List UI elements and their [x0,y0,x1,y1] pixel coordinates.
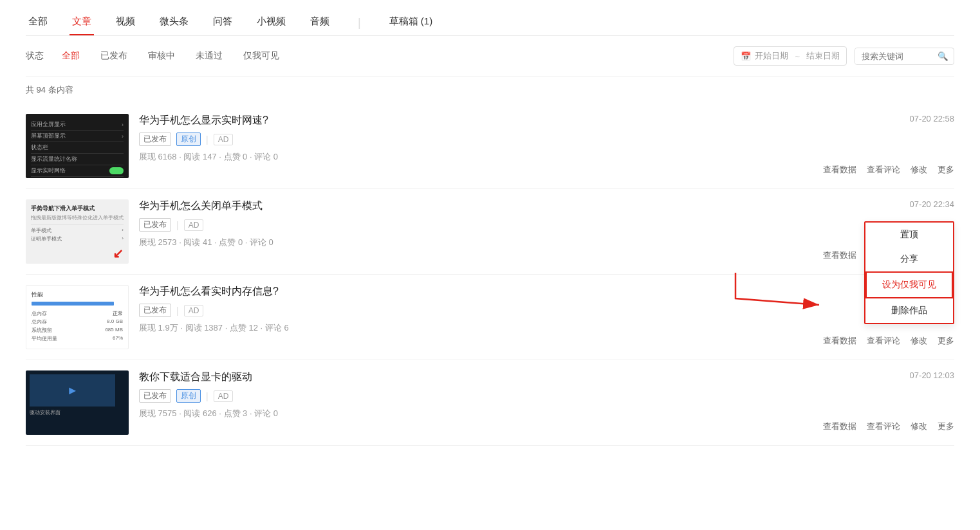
tab-short-video[interactable]: 小视频 [254,10,288,35]
filter-reviewing[interactable]: 审核中 [140,48,183,64]
status-row: 状态 全部 已发布 审核中 未通过 仅我可见 📅 开始日期 ~ 结束日期 🔍 [26,36,954,77]
article-tags-4: 已发布 原创 | AD [139,389,954,403]
tab-draft[interactable]: 草稿箱 (1) [387,10,436,35]
article-title-3[interactable]: 华为手机怎么看实时内存信息? [139,285,954,298]
search-button[interactable]: 🔍 [932,48,954,64]
filter-published[interactable]: 已发布 [93,48,135,64]
dropdown-share[interactable]: 分享 [865,247,953,271]
article-date-2: 07-20 22:34 [910,199,954,209]
article-thumb-4: ► 驱动安装界面 [26,370,129,435]
article-item-2: 手势导航下滑入单手模式 拖拽最新版微博等特殊位化进入单手模式 单手模式 › 证明… [26,189,954,275]
tag-sep-4: | [206,391,208,401]
tag-sep-1: | [206,134,208,145]
article-content-4: 教你下载适合显卡的驱动 已发布 原创 | AD 展现 7575 · 阅读 626… [139,370,954,419]
edit-btn-4[interactable]: 修改 [911,421,927,432]
edit-btn-3[interactable]: 修改 [911,335,927,347]
tab-video[interactable]: 视频 [113,10,138,35]
article-item-1: 应用全屏显示 › 屏幕顶部显示 › 状态栏 显示流量统计名称 显示实时网络 华为… [26,104,954,189]
more-btn-4[interactable]: 更多 [938,421,954,432]
article-content-3: 华为手机怎么看实时内存信息? 已发布 | AD 展现 1.9万 · 阅读 138… [139,285,954,334]
article-stats-1: 展现 6168 · 阅读 147 · 点赞 0 · 评论 0 [139,151,954,163]
dropdown-delete[interactable]: 删除作品 [865,298,953,323]
article-actions-3: 查看数据 查看评论 修改 更多 [823,335,954,347]
view-data-btn-4[interactable]: 查看数据 [823,421,856,432]
status-right: 📅 开始日期 ~ 结束日期 🔍 [734,46,954,66]
article-thumb-2: 手势导航下滑入单手模式 拖拽最新版微博等特殊位化进入单手模式 单手模式 › 证明… [26,199,129,264]
tag-ad-3: AD [184,305,204,316]
article-stats-2: 展现 2573 · 阅读 41 · 点赞 0 · 评论 0 [139,237,954,248]
date-separator: ~ [795,51,800,61]
view-comments-btn-3[interactable]: 查看评论 [867,335,900,347]
article-stats-3: 展现 1.9万 · 阅读 1387 · 点赞 12 · 评论 6 [139,322,954,334]
article-list: 应用全屏显示 › 屏幕顶部显示 › 状态栏 显示流量统计名称 显示实时网络 华为… [26,104,954,446]
edit-btn-1[interactable]: 修改 [911,164,927,176]
more-btn-1[interactable]: 更多 [938,164,954,176]
filter-private[interactable]: 仅我可见 [236,48,287,64]
tag-sep-3: | [176,306,179,316]
article-date-4: 07-20 12:03 [910,370,954,380]
article-title-4[interactable]: 教你下载适合显卡的驱动 [139,370,954,384]
dropdown-private[interactable]: 设为仅我可见 [865,271,953,298]
status-label: 状态 [26,50,44,62]
nav-separator: | [358,16,361,30]
article-actions-4: 查看数据 查看评论 修改 更多 [823,421,954,432]
search-box: 🔍 [855,48,954,65]
tab-article[interactable]: 文章 [69,10,94,35]
article-content-1: 华为手机怎么显示实时网速? 已发布 原创 | AD 展现 6168 · 阅读 1… [139,114,954,163]
tag-published-2: 已发布 [139,218,171,232]
article-content-2: 华为手机怎么关闭单手模式 已发布 | AD 展现 2573 · 阅读 41 · … [139,199,954,248]
tag-published-4: 已发布 [139,389,171,403]
tag-published-1: 已发布 [139,132,171,146]
view-data-btn-3[interactable]: 查看数据 [823,335,856,347]
content-count: 共 94 条内容 [26,77,954,104]
article-tags-1: 已发布 原创 | AD [139,132,954,146]
article-thumb-3: 性能 总内存正常 总内存8.0 GB 系统预留685 MB 平均使用量67% [26,285,129,349]
article-title-2[interactable]: 华为手机怎么关闭单手模式 [139,199,954,213]
tag-sep-2: | [176,220,179,230]
calendar-icon: 📅 [741,51,751,61]
top-nav: 全部 文章 视频 微头条 问答 小视频 音频 | 草稿箱 (1) [26,0,954,36]
dropdown-pin[interactable]: 置顶 [865,223,953,247]
end-date-placeholder: 结束日期 [806,50,840,62]
view-comments-btn-1[interactable]: 查看评论 [867,164,900,176]
tab-micro[interactable]: 微头条 [157,10,191,35]
filter-all[interactable]: 全部 [54,48,88,64]
article-item-3: 性能 总内存正常 总内存8.0 GB 系统预留685 MB 平均使用量67% 华… [26,275,954,360]
article-tags-3: 已发布 | AD [139,304,954,317]
search-input[interactable] [855,48,932,64]
article-thumb-1: 应用全屏显示 › 屏幕顶部显示 › 状态栏 显示流量统计名称 显示实时网络 [26,114,129,178]
article-item-4: ► 驱动安装界面 教你下载适合显卡的驱动 已发布 原创 | AD 展现 7575… [26,360,954,446]
tab-audio[interactable]: 音频 [308,10,332,35]
article-date-1: 07-20 22:58 [910,114,954,123]
tab-qa[interactable]: 问答 [210,10,235,35]
start-date-placeholder: 开始日期 [755,50,788,62]
article-stats-4: 展现 7575 · 阅读 626 · 点赞 3 · 评论 0 [139,408,954,419]
tag-ad-2: AD [184,219,204,231]
tag-original-4: 原创 [176,389,201,403]
tag-published-3: 已发布 [139,304,171,317]
view-data-btn-1[interactable]: 查看数据 [823,164,856,176]
dropdown-menu: 置顶 分享 设为仅我可见 删除作品 [864,221,954,324]
status-filters: 状态 全部 已发布 审核中 未通过 仅我可见 [26,48,287,64]
page-container: 全部 文章 视频 微头条 问答 小视频 音频 | 草稿箱 (1) 状态 全部 已… [0,0,980,530]
view-data-btn-2[interactable]: 查看数据 [823,250,856,261]
tag-original-1: 原创 [176,132,201,146]
article-title-1[interactable]: 华为手机怎么显示实时网速? [139,114,954,127]
tab-all[interactable]: 全部 [26,10,50,35]
view-comments-btn-4[interactable]: 查看评论 [867,421,900,432]
filter-rejected[interactable]: 未通过 [188,48,230,64]
article-actions-1: 查看数据 查看评论 修改 更多 [823,164,954,176]
date-range-picker[interactable]: 📅 开始日期 ~ 结束日期 [734,46,847,66]
more-btn-3[interactable]: 更多 [938,335,954,347]
article-tags-2: 已发布 | AD [139,218,954,232]
tag-ad-1: AD [214,134,234,145]
tag-ad-4: AD [214,390,234,402]
